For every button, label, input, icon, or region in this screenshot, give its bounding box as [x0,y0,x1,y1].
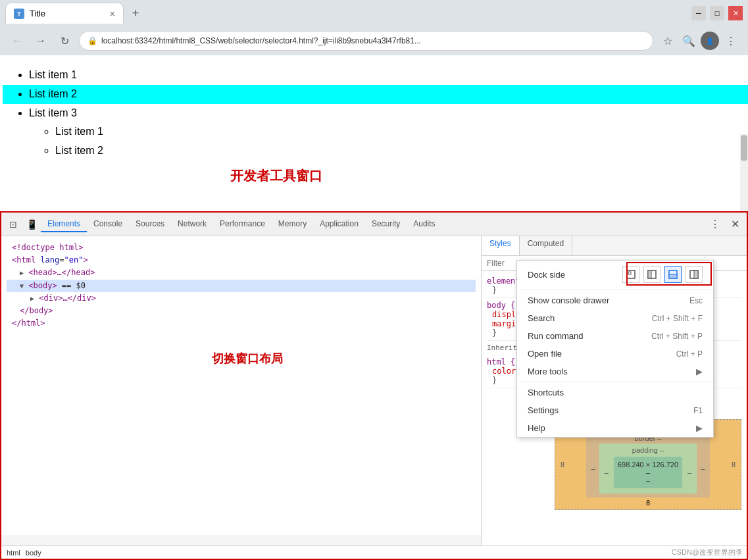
tab-styles[interactable]: Styles [482,236,520,255]
bookmark-button[interactable]: ☆ [659,32,677,50]
tab-sources[interactable]: Sources [129,216,171,232]
dom-panel: <!doctype html> <html lang="en"> ▶ <head… [1,236,482,546]
browser-tab[interactable]: T Title × [5,3,124,24]
dock-undock-btn[interactable] [622,266,639,283]
menu-more-tools[interactable]: More tools ▶ [517,363,713,380]
dom-line-head[interactable]: ▶ <head>…</head> [7,267,476,279]
context-menu: Dock side [516,260,714,438]
svg-rect-5 [669,274,677,278]
url-bar[interactable]: 🔒 localhost:63342/html/html8_CSS/web/sel… [79,31,653,51]
margin-bottom-val: 8 [558,499,738,507]
maximize-button[interactable]: □ [710,6,724,20]
menu-divider-2 [517,382,713,382]
back-button[interactable]: ← [8,32,26,50]
list-item-2: List item 2 [29,85,732,104]
dom-line-body-close[interactable]: </body> [7,305,476,317]
zoom-button[interactable]: 🔍 [680,32,698,50]
svg-rect-3 [648,270,651,278]
ssl-icon: 🔒 [87,36,97,45]
tab-network[interactable]: Network [171,216,213,232]
forward-button[interactable]: → [32,32,50,50]
margin-left-val: 8 [558,461,567,469]
minimize-button[interactable]: ─ [691,6,706,20]
tab-application[interactable]: Application [313,216,365,232]
padding-label: padding – [602,446,694,454]
tab-close-btn[interactable]: × [110,9,115,19]
tab-audits[interactable]: Audits [407,216,441,232]
styles-tabs: Styles Computed [482,236,747,256]
devtools-close-button[interactable]: ✕ [726,215,744,234]
dom-tree: <!doctype html> <html lang="en"> ▶ <head… [1,236,481,535]
devtools-panel: ⊡ 📱 Elements Console Sources Network Per… [0,211,748,560]
devtools-tabs: Elements Console Sources Network Perform… [41,216,442,232]
devtools-more-button[interactable]: ⋮ [706,215,724,234]
address-bar: ← → ↻ 🔒 localhost:63342/html/html8_CSS/w… [0,26,748,55]
breadcrumb-html[interactable]: html [7,549,20,557]
window-controls: ─ □ ✕ [691,6,743,20]
tab-console[interactable]: Console [87,216,129,232]
content-box: 698.240 × 126.720 – – [614,457,682,488]
devtools-bottom-bar: html body [1,546,747,559]
menu-show-console[interactable]: Show console drawer Esc [517,292,713,309]
padding-box: padding – – 698.240 × 126.720 – [599,444,697,494]
menu-help[interactable]: Help ▶ [517,419,713,437]
dom-line-body[interactable]: ▼ <body> == $0 [7,280,476,292]
tab-computed[interactable]: Computed [520,236,572,255]
menu-shortcuts[interactable]: Shortcuts [517,384,713,401]
svg-rect-7 [694,270,698,278]
tab-performance[interactable]: Performance [213,216,272,232]
page-content: List item 1 List item 2 List item 3 List… [0,55,748,560]
margin-right-val: 8 [729,461,738,469]
breadcrumb-body[interactable]: body [26,549,41,557]
browser-window: T Title × + ─ □ ✕ ← → ↻ 🔒 localhost:6334… [0,0,748,560]
address-actions: ☆ 🔍 👤 ⋮ [659,32,740,50]
margin-row: 8 border – – [558,430,738,499]
page-body: List item 1 List item 2 List item 3 List… [0,55,748,211]
devtools-body: <!doctype html> <html lang="en"> ▶ <head… [1,236,747,546]
list-item-1: List item 1 [29,66,732,85]
menu-open-file[interactable]: Open file Ctrl + P [517,345,713,363]
favicon: T [14,9,24,19]
dom-line-doctype[interactable]: <!doctype html> [7,242,476,254]
profile-icon[interactable]: 👤 [701,32,719,50]
menu-search[interactable]: Search Ctrl + Shift + F [517,309,713,327]
dom-line-div[interactable]: ▶ <div>…</div> [7,292,476,305]
devtools-toolbar: ⊡ 📱 Elements Console Sources Network Per… [1,213,747,236]
scroll-thumb[interactable] [741,135,747,161]
tab-security[interactable]: Security [365,216,407,232]
menu-settings[interactable]: Settings F1 [517,401,713,419]
border-box: border – – padding – [586,432,711,497]
dock-side-label: Dock side [528,270,617,280]
dom-line-html[interactable]: <html lang="en"> [7,254,476,267]
browser-menu-button[interactable]: ⋮ [722,32,740,50]
sub-item-2: List item 2 [55,141,732,161]
element-picker-button[interactable]: ⊡ [4,215,22,234]
device-toggle-button[interactable]: 📱 [22,215,41,234]
title-bar: T Title × + ─ □ ✕ [0,0,748,26]
url-text: localhost:63342/html/html8_CSS/web/selec… [101,36,645,45]
dock-bottom-btn[interactable] [664,266,682,283]
svg-rect-1 [628,272,631,274]
dom-line-html-close[interactable]: </html> [7,317,476,330]
menu-run-command[interactable]: Run command Ctrl + Shift + P [517,327,713,345]
dock-right-btn[interactable] [686,266,703,283]
styles-panel: Styles Computed element.style { } [482,236,747,546]
dock-icons [622,266,703,283]
tab-title: Title [30,9,45,18]
content-size: 698.240 × 126.720 [618,461,678,469]
dock-left-btn[interactable] [643,266,661,283]
refresh-button[interactable]: ↻ [55,32,74,50]
devtools-label-overlay: 开发者工具窗口 [230,167,322,185]
list-items: List item 1 List item 2 List item 3 List… [29,66,732,161]
close-button[interactable]: ✕ [728,6,743,20]
content-dash1: – [618,469,678,476]
menu-divider-1 [517,290,713,290]
tab-elements[interactable]: Elements [41,216,87,232]
tab-memory[interactable]: Memory [272,216,313,232]
sub-list: List item 1 List item 2 [55,122,732,161]
devtools-more-actions: ⋮ ✕ [706,215,744,234]
new-tab-button[interactable]: + [126,4,145,22]
content-dash2: – [618,476,678,484]
padding-row: – 698.240 × 126.720 – – – [602,454,694,491]
watermark: CSDN@改变世界的李 [672,547,743,557]
